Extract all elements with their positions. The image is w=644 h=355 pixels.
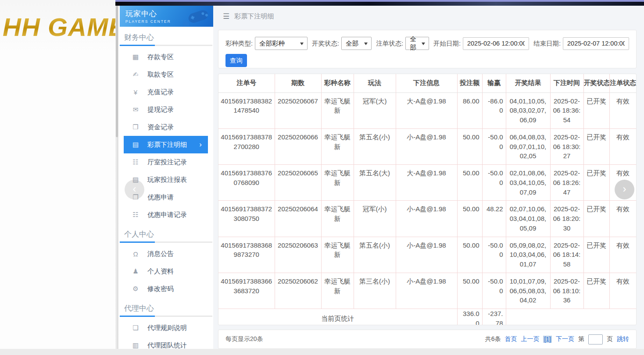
sidebar-item-promo-apply-records[interactable]: ☷优惠申请记录 xyxy=(124,206,208,224)
sidebar-scrollbar[interactable] xyxy=(115,6,118,349)
sidebar-item-label: 存款专区 xyxy=(147,53,174,61)
promo-records-icon: ☷ xyxy=(131,211,140,219)
left-logo-panel: HH GAME xyxy=(0,0,115,349)
section-label: 代理中心 xyxy=(124,303,213,313)
prev-page-link[interactable]: 上一页 xyxy=(521,335,539,343)
table-cell: 有效 xyxy=(609,201,637,237)
sidebar-item-recharge-records[interactable]: ¥充值记录 xyxy=(124,83,208,101)
table-cell: 幸运飞艇新 xyxy=(321,128,354,164)
draw-status-label: 开奖状态: xyxy=(312,39,339,48)
sidebar-item-withdraw-zone[interactable]: ✍取款专区 xyxy=(124,66,208,83)
table-cell: 401569173883689873270 xyxy=(218,237,275,273)
table-cell: 第五名(大) xyxy=(354,165,396,201)
section-divider xyxy=(120,241,212,243)
hamburger-menu-icon[interactable]: ☰ xyxy=(223,12,229,21)
summary-empty-cell xyxy=(506,309,637,326)
current-page-indicator[interactable]: [1] xyxy=(543,336,552,343)
table-cell: 小-A盘@1.98 xyxy=(396,273,457,309)
order-status-select[interactable]: 全部 xyxy=(405,37,429,50)
table-cell: 有效 xyxy=(609,273,637,309)
table-cell: 已开奖 xyxy=(583,237,609,273)
sidebar-item-funds-records[interactable]: ❒资金记录 xyxy=(124,118,208,136)
game-controller-icon xyxy=(181,7,211,26)
table-cell: 401569173883821478540 xyxy=(218,92,275,128)
person-icon: ♟ xyxy=(131,267,140,275)
draw-status-value: 全部 xyxy=(346,39,358,48)
section-divider xyxy=(120,316,212,317)
table-cell: 50.00 xyxy=(457,165,482,201)
table-cell: 20250206063 xyxy=(275,237,321,273)
document-icon: ❏ xyxy=(131,324,140,332)
table-cell: 已开奖 xyxy=(583,201,609,237)
table-cell: 48.22 xyxy=(482,201,506,237)
lottery-type-select[interactable]: 全部彩种 xyxy=(255,37,308,50)
sidebar-item-label: 玩家投注报表 xyxy=(147,176,187,184)
table-cell: 小-A盘@1.98 xyxy=(396,201,457,237)
table-cell: 有效 xyxy=(609,92,637,128)
sidebar-item-withdraw-records[interactable]: ✉提现记录 xyxy=(124,101,208,118)
sidebar-item-lottery-bet-detail[interactable]: ▤彩票下注明细› xyxy=(124,136,208,153)
moneybag-icon: ¥ xyxy=(131,89,140,96)
sidebar-item-personal-profile[interactable]: ♟个人资料 xyxy=(124,263,208,280)
table-cell: 2025-02-06 18:10:36 xyxy=(550,273,583,309)
sidebar-item-agent-team-stats[interactable]: ▥代理团队统计 xyxy=(124,337,208,349)
table-header-row: 注单号期数彩种名称玩法下注信息投注额输赢开奖结果下注时间开奖状态注单状态 xyxy=(218,74,637,92)
table-cell: 已开奖 xyxy=(583,128,609,164)
table-cell: 第三名(小) xyxy=(354,273,396,309)
table-cell: 幸运飞艇新 xyxy=(321,165,354,201)
bet-detail-table-card: 注单号期数彩种名称玩法下注信息投注额输赢开奖结果下注时间开奖状态注单状态4015… xyxy=(218,74,637,325)
table-cell: 2025-02-06 18:14:58 xyxy=(550,237,583,273)
table-cell: 已开奖 xyxy=(583,165,609,201)
table-cell: 小-A盘@1.98 xyxy=(396,128,457,164)
end-date-input[interactable] xyxy=(563,37,629,50)
table-cell: 05,09,08,02,10,03,04,06,01,07 xyxy=(506,237,550,273)
lottery-type-value: 全部彩种 xyxy=(259,39,285,48)
sidebar-item-label: 优惠申请记录 xyxy=(147,211,187,219)
table-cell: 已开奖 xyxy=(583,273,609,309)
hall-records-icon: ☷ xyxy=(131,158,140,166)
sidebar-collapse-button[interactable]: ‹ xyxy=(125,180,144,199)
sidebar-item-label: 修改密码 xyxy=(147,285,174,293)
table-cell: -50.00 xyxy=(482,165,506,201)
wallet-icon: ✉ xyxy=(131,106,140,114)
search-button[interactable]: 查询 xyxy=(225,54,247,67)
jump-button[interactable]: 跳转 xyxy=(617,335,629,343)
table-cell: -50.00 xyxy=(482,273,506,309)
jump-page-input[interactable] xyxy=(588,334,603,344)
table-cell: 20250206066 xyxy=(275,128,321,164)
sidebar-item-agent-rules[interactable]: ❏代理规则说明 xyxy=(124,319,208,337)
table-cell: 第五名(小) xyxy=(354,128,396,164)
panel-expand-button[interactable]: › xyxy=(615,180,634,199)
column-header: 开奖结果 xyxy=(506,74,550,92)
table-cell: 幸运飞艇新 xyxy=(321,92,354,128)
sidebar-item-message-board[interactable]: Ω消息公告 xyxy=(124,245,208,263)
start-date-input[interactable] xyxy=(463,37,529,50)
table-cell: 冠军(大) xyxy=(354,92,396,128)
table-cell: 86.00 xyxy=(457,92,482,128)
draw-status-select[interactable]: 全部 xyxy=(341,37,372,50)
column-header: 期数 xyxy=(275,74,321,92)
total-count-text: 共6条 xyxy=(485,335,501,343)
table-cell: 02,07,10,06,03,04,01,08,05,09 xyxy=(506,201,550,237)
column-header: 注单状态 xyxy=(609,74,637,92)
sidebar-item-deposit-zone[interactable]: ▦存款专区 xyxy=(124,48,208,66)
first-page-link[interactable]: 首页 xyxy=(504,335,517,343)
table-row: 40156917388366368372020250206062幸运飞艇新第三名… xyxy=(218,273,637,309)
chevron-right-icon: › xyxy=(199,140,202,149)
table-cell: 10,01,07,09,06,05,08,03,04,02 xyxy=(506,273,550,309)
summary-bet-total: 336.00 xyxy=(457,309,482,326)
table-cell: 401569173883723080750 xyxy=(218,201,275,237)
table-cell: 冠军(小) xyxy=(354,201,396,237)
table-cell: 幸运飞艇新 xyxy=(321,273,354,309)
table-cell: 2025-02-06 18:20:30 xyxy=(550,201,583,237)
sidebar-item-label: 提现记录 xyxy=(147,106,174,114)
column-header: 注单号 xyxy=(218,74,275,92)
sidebar-item-change-password[interactable]: ⚙修改密码 xyxy=(124,280,208,298)
filter-panel: 彩种类型: 全部彩种 开奖状态: 全部 注单状态: 全部 开始日期: 结束日期:… xyxy=(218,30,637,68)
jump-prefix-label: 第 xyxy=(578,335,584,343)
next-page-link[interactable]: 下一页 xyxy=(556,335,574,343)
column-header: 输赢 xyxy=(482,74,506,92)
table-cell: 50.00 xyxy=(457,128,482,164)
sidebar-item-hall-bet-records[interactable]: ☷厅室投注记录 xyxy=(124,153,208,171)
column-header: 彩种名称 xyxy=(321,74,354,92)
